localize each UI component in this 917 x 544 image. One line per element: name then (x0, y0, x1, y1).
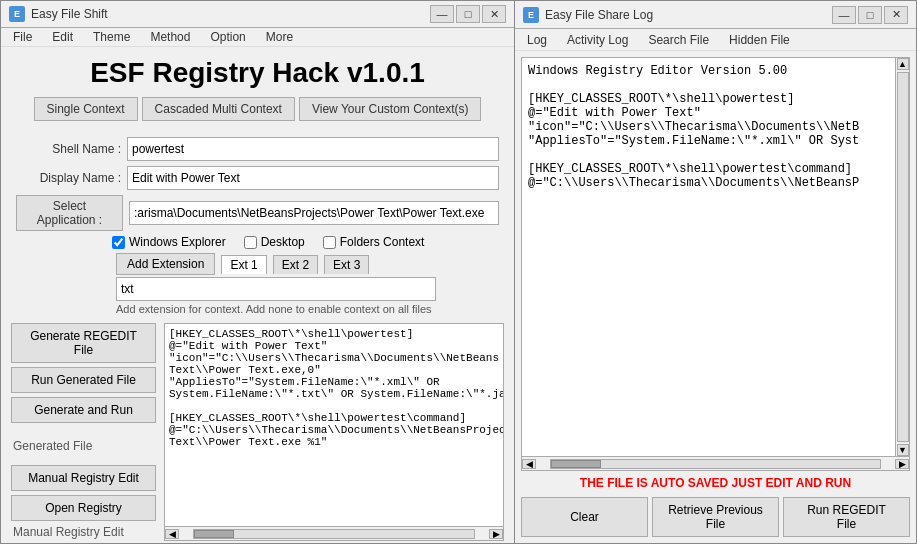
select-application-button[interactable]: Select Application : (16, 195, 123, 231)
right-title-bar: E Easy File Share Log — □ ✕ (515, 1, 916, 29)
run-generated-button[interactable]: Run Generated File (11, 367, 156, 393)
windows-explorer-checkbox-label[interactable]: Windows Explorer (112, 235, 226, 249)
right-bottom-buttons: Clear Retrieve Previous File Run REGEDIT… (515, 493, 916, 543)
select-app-row: Select Application : (16, 195, 499, 231)
windows-explorer-label: Windows Explorer (129, 235, 226, 249)
left-title-bar: E Easy File Shift — □ ✕ (1, 1, 514, 28)
run-regedit-button[interactable]: Run REGEDIT File (783, 497, 910, 537)
action-buttons-panel: Generate REGEDIT File Run Generated File… (11, 323, 156, 541)
scroll-down-arrow[interactable]: ▼ (897, 444, 909, 456)
menu-more[interactable]: More (262, 30, 297, 44)
right-minimize-button[interactable]: — (832, 6, 856, 24)
menu-option[interactable]: Option (206, 30, 249, 44)
preview-text: [HKEY_CLASSES_ROOT\*\shell\powertest] @=… (165, 324, 503, 526)
extension-input[interactable] (116, 277, 436, 301)
desktop-checkbox-label[interactable]: Desktop (244, 235, 305, 249)
generate-regedit-button[interactable]: Generate REGEDIT File (11, 323, 156, 363)
vscroll-track (897, 72, 909, 442)
log-scroll-right-arrow[interactable]: ▶ (895, 459, 909, 469)
shell-name-row: Shell Name : (16, 137, 499, 161)
right-app-icon: E (523, 7, 539, 23)
close-button[interactable]: ✕ (482, 5, 506, 23)
auto-save-message: THE FILE IS AUTO SAVED JUST EDIT AND RUN (515, 473, 916, 493)
ext-tab-1[interactable]: Ext 1 (221, 255, 266, 274)
maximize-button[interactable]: □ (456, 5, 480, 23)
right-maximize-button[interactable]: □ (858, 6, 882, 24)
log-hscrollbar[interactable]: ◀ ▶ (522, 456, 909, 470)
display-name-label: Display Name : (16, 171, 121, 185)
context-buttons-row: Single Context Cascaded Multi Context Vi… (1, 97, 514, 129)
ext-input-row (11, 277, 504, 301)
menu-search-file[interactable]: Search File (644, 33, 713, 47)
preview-scroll-track[interactable] (193, 529, 475, 539)
folders-context-checkbox[interactable] (323, 236, 336, 249)
extension-hint: Add extension for context. Add none to e… (11, 303, 504, 315)
log-scroll-thumb (551, 460, 601, 468)
menu-hidden-file[interactable]: Hidden File (725, 33, 794, 47)
menu-method[interactable]: Method (146, 30, 194, 44)
app-title: ESF Registry Hack v1.0.1 (1, 47, 514, 97)
left-window-title: Easy File Shift (31, 7, 108, 21)
scroll-left-arrow[interactable]: ◀ (165, 529, 179, 539)
add-extension-button[interactable]: Add Extension (116, 253, 215, 275)
cascaded-multi-context-button[interactable]: Cascaded Multi Context (142, 97, 295, 121)
left-title-left: E Easy File Shift (9, 6, 108, 22)
log-vscrollbar[interactable]: ▲ ▼ (895, 58, 909, 456)
log-scroll-track[interactable] (550, 459, 881, 469)
bottom-section: Generate REGEDIT File Run Generated File… (1, 319, 514, 544)
left-menu-bar: File Edit Theme Method Option More (1, 28, 514, 47)
right-title-left: E Easy File Share Log (523, 7, 653, 23)
right-window-title: Easy File Share Log (545, 8, 653, 22)
clear-button[interactable]: Clear (521, 497, 648, 537)
desktop-label: Desktop (261, 235, 305, 249)
manual-registry-label: Manual Registry Edit (11, 525, 156, 541)
shell-name-input[interactable] (127, 137, 499, 161)
menu-edit[interactable]: Edit (48, 30, 77, 44)
ext-tabs-row: Add Extension Ext 1 Ext 2 Ext 3 (11, 253, 504, 275)
scroll-up-arrow[interactable]: ▲ (897, 58, 909, 70)
menu-log[interactable]: Log (523, 33, 551, 47)
app-icon: E (9, 6, 25, 22)
extension-area: Add Extension Ext 1 Ext 2 Ext 3 Add exte… (1, 251, 514, 319)
preview-scroll-thumb (194, 530, 234, 538)
retrieve-previous-button[interactable]: Retrieve Previous File (652, 497, 779, 537)
ext-tab-2[interactable]: Ext 2 (273, 255, 318, 274)
right-menu-bar: Log Activity Log Search File Hidden File (515, 29, 916, 51)
folders-context-checkbox-label[interactable]: Folders Context (323, 235, 425, 249)
right-window-controls: — □ ✕ (832, 6, 908, 24)
checkboxes-row: Windows Explorer Desktop Folders Context (1, 231, 514, 251)
generate-and-run-button[interactable]: Generate and Run (11, 397, 156, 423)
single-context-button[interactable]: Single Context (34, 97, 138, 121)
generated-file-label: Generated File (11, 439, 156, 455)
shell-name-label: Shell Name : (16, 142, 121, 156)
desktop-checkbox[interactable] (244, 236, 257, 249)
display-name-input[interactable] (127, 166, 499, 190)
left-window: E Easy File Shift — □ ✕ File Edit Theme … (0, 0, 515, 544)
open-registry-button[interactable]: Open Registry (11, 495, 156, 521)
log-content-area: Windows Registry Editor Version 5.00 [HK… (521, 57, 910, 471)
app-path-input[interactable] (129, 201, 499, 225)
folders-context-label: Folders Context (340, 235, 425, 249)
manual-registry-button[interactable]: Manual Registry Edit (11, 465, 156, 491)
minimize-button[interactable]: — (430, 5, 454, 23)
right-close-button[interactable]: ✕ (884, 6, 908, 24)
spacer (11, 427, 156, 435)
preview-hscrollbar[interactable]: ◀ ▶ (165, 526, 503, 540)
left-window-controls: — □ ✕ (430, 5, 506, 23)
menu-activity-log[interactable]: Activity Log (563, 33, 632, 47)
scroll-right-arrow[interactable]: ▶ (489, 529, 503, 539)
display-name-row: Display Name : (16, 166, 499, 190)
form-area: Shell Name : Display Name : Select Appli… (1, 137, 514, 231)
log-scroll-left-arrow[interactable]: ◀ (522, 459, 536, 469)
windows-explorer-checkbox[interactable] (112, 236, 125, 249)
view-custom-context-button[interactable]: View Your Custom Context(s) (299, 97, 482, 121)
right-window: E Easy File Share Log — □ ✕ Log Activity… (515, 0, 917, 544)
log-text: Windows Registry Editor Version 5.00 [HK… (522, 58, 909, 196)
menu-file[interactable]: File (9, 30, 36, 44)
preview-box: [HKEY_CLASSES_ROOT\*\shell\powertest] @=… (164, 323, 504, 541)
menu-theme[interactable]: Theme (89, 30, 134, 44)
ext-tab-3[interactable]: Ext 3 (324, 255, 369, 274)
